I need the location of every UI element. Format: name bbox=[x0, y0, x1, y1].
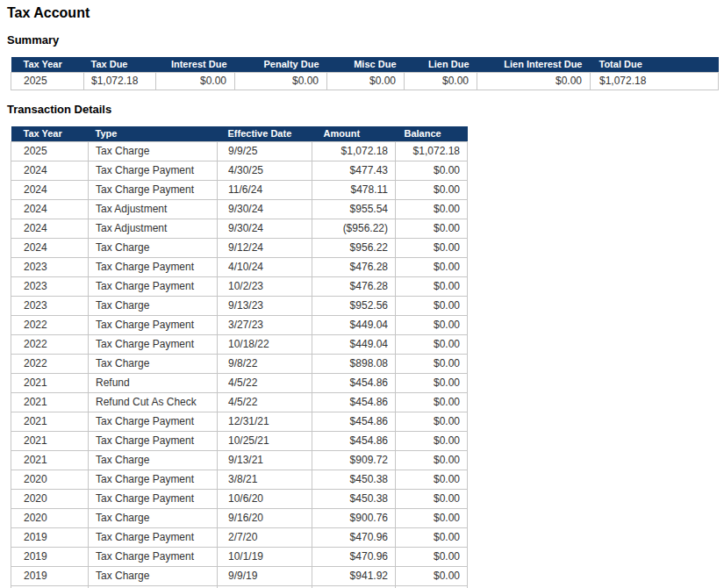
table-row: 2021Tax Charge Payment12/31/21$454.86$0.… bbox=[11, 412, 468, 432]
cell: 2024 bbox=[11, 181, 89, 200]
cell: $0.00 bbox=[396, 355, 468, 374]
table-row: 2020Tax Charge Payment10/6/20$450.38$0.0… bbox=[11, 490, 468, 509]
cell: $454.86 bbox=[312, 393, 396, 412]
cell: Tax Charge bbox=[89, 509, 218, 528]
cell: $0.00 bbox=[396, 528, 468, 548]
cell: 2021 bbox=[11, 412, 89, 432]
column-header: Amount bbox=[312, 126, 396, 142]
cell: $900.76 bbox=[312, 509, 396, 528]
cell: 9/13/23 bbox=[218, 297, 312, 316]
cell: Refund Cut As Check bbox=[89, 393, 218, 412]
header-row: Tax YearTypeEffective DateAmountBalance bbox=[11, 126, 468, 142]
column-header: Total Due bbox=[591, 57, 719, 73]
cell: 2019 bbox=[11, 548, 89, 567]
cell: 2025 bbox=[11, 142, 89, 161]
cell: Tax Charge bbox=[89, 451, 218, 470]
cell: 9/9/19 bbox=[218, 567, 312, 586]
column-header: Misc Due bbox=[327, 57, 405, 73]
cell: 4/30/25 bbox=[218, 161, 312, 181]
cell: $0.00 bbox=[396, 200, 468, 219]
table-row: 2024Tax Adjustment9/30/24($956.22)$0.00 bbox=[11, 219, 468, 239]
cell: $0.00 bbox=[396, 239, 468, 258]
cell: Tax Charge Payment bbox=[89, 412, 218, 432]
cell: 4/10/24 bbox=[218, 258, 312, 277]
cell: $1,072.18 bbox=[312, 142, 396, 161]
table-row: 2024Tax Charge Payment4/30/25$477.43$0.0… bbox=[11, 161, 468, 181]
table-row: 2023Tax Charge Payment10/2/23$476.28$0.0… bbox=[11, 277, 468, 297]
column-header: Tax Year bbox=[11, 126, 89, 142]
cell: 2022 bbox=[11, 355, 89, 374]
cell: $0.00 bbox=[327, 73, 405, 90]
cell: $476.28 bbox=[312, 258, 396, 277]
column-header: Penalty Due bbox=[235, 57, 327, 73]
cell: Refund bbox=[89, 374, 218, 393]
page-title: Tax Account bbox=[7, 5, 724, 21]
cell: 2022 bbox=[11, 335, 89, 355]
cell: $0.00 bbox=[396, 470, 468, 490]
cell: Tax Charge Payment bbox=[89, 316, 218, 335]
header-row: Tax YearTax DueInterest DuePenalty DueMi… bbox=[11, 57, 719, 73]
cell: Tax Charge Payment bbox=[89, 335, 218, 355]
table-row: 2023Tax Charge9/13/23$952.56$0.00 bbox=[11, 297, 468, 316]
cell: 2020 bbox=[11, 509, 89, 528]
cell: 9/13/21 bbox=[218, 451, 312, 470]
cell: 3/27/23 bbox=[218, 316, 312, 335]
cell: $952.56 bbox=[312, 297, 396, 316]
table-row: 2021Refund4/5/22$454.86$0.00 bbox=[11, 374, 468, 393]
table-row: 2020Tax Charge9/16/20$900.76$0.00 bbox=[11, 509, 468, 528]
cell: $0.00 bbox=[396, 567, 468, 586]
cell: $0.00 bbox=[396, 432, 468, 451]
cell: $450.38 bbox=[312, 470, 396, 490]
cell: $449.04 bbox=[312, 335, 396, 355]
cell: 2024 bbox=[11, 239, 89, 258]
cell: Tax Charge Payment bbox=[89, 432, 218, 451]
cell: 9/30/24 bbox=[218, 200, 312, 219]
cell: 2023 bbox=[11, 277, 89, 297]
cell: 4/5/22 bbox=[218, 374, 312, 393]
cell: 2024 bbox=[11, 219, 89, 239]
table-row: 2024Tax Charge9/12/24$956.22$0.00 bbox=[11, 239, 468, 258]
cell: Tax Charge Payment bbox=[89, 528, 218, 548]
cell: 2022 bbox=[11, 316, 89, 335]
cell: Tax Charge Payment bbox=[89, 490, 218, 509]
cell: 2019 bbox=[11, 567, 89, 586]
cell: $0.00 bbox=[396, 161, 468, 181]
cell: 2023 bbox=[11, 258, 89, 277]
cell: 9/16/20 bbox=[218, 509, 312, 528]
cell: $478.11 bbox=[312, 181, 396, 200]
table-row: 2021Refund Cut As Check4/5/22$454.86$0.0… bbox=[11, 393, 468, 412]
cell: $0.00 bbox=[396, 490, 468, 509]
cell: Tax Charge Payment bbox=[89, 161, 218, 181]
cell: 10/1/19 bbox=[218, 548, 312, 567]
cell: 2021 bbox=[11, 451, 89, 470]
cell: $941.92 bbox=[312, 567, 396, 586]
cell: Tax Charge Payment bbox=[89, 548, 218, 567]
summary-table: Tax YearTax DueInterest DuePenalty DueMi… bbox=[11, 57, 719, 90]
cell: $956.22 bbox=[312, 239, 396, 258]
cell: $0.00 bbox=[396, 393, 468, 412]
cell: Tax Charge bbox=[89, 567, 218, 586]
cell: 9/9/25 bbox=[218, 142, 312, 161]
cell: 10/6/20 bbox=[218, 490, 312, 509]
cell: $454.86 bbox=[312, 374, 396, 393]
cell: 2/7/20 bbox=[218, 528, 312, 548]
cell: 9/8/22 bbox=[218, 355, 312, 374]
cell: 2023 bbox=[11, 297, 89, 316]
cell: 2021 bbox=[11, 432, 89, 451]
cell: $0.00 bbox=[156, 73, 235, 90]
cell: $0.00 bbox=[477, 73, 591, 90]
table-row: 2022Tax Charge Payment10/18/22$449.04$0.… bbox=[11, 335, 468, 355]
cell: $1,072.18 bbox=[396, 142, 468, 161]
cell: $454.86 bbox=[312, 432, 396, 451]
cell: $454.86 bbox=[312, 412, 396, 432]
cell: $477.43 bbox=[312, 161, 396, 181]
column-header: Tax Year bbox=[11, 57, 84, 73]
cell: $470.96 bbox=[312, 528, 396, 548]
table-row: 2022Tax Charge Payment3/27/23$449.04$0.0… bbox=[11, 316, 468, 335]
cell: 2020 bbox=[11, 490, 89, 509]
cell: $449.04 bbox=[312, 316, 396, 335]
cell: $0.00 bbox=[396, 335, 468, 355]
cell: Tax Charge Payment bbox=[89, 258, 218, 277]
table-row: 2025Tax Charge9/9/25$1,072.18$1,072.18 bbox=[11, 142, 468, 161]
column-header: Effective Date bbox=[218, 126, 312, 142]
